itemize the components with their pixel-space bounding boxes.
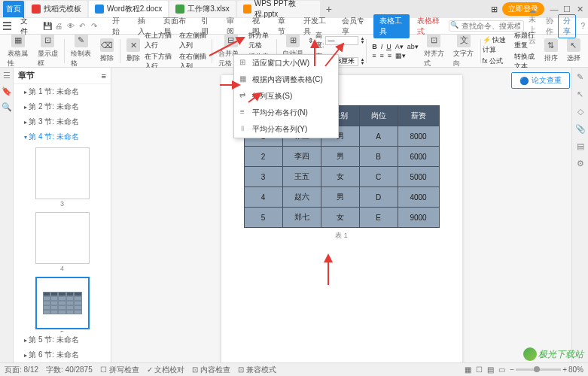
zoom-out[interactable]: − — [510, 365, 514, 374]
table-header[interactable]: 薪资 — [398, 106, 439, 126]
width-spinner[interactable]: ▲▼ — [360, 58, 364, 65]
align-right-icon[interactable]: ≡ — [387, 52, 392, 59]
swap-rowcol-item[interactable]: ⇄行列互换(S) — [234, 88, 338, 105]
select-pane-icon[interactable]: ↖ — [577, 89, 583, 99]
paper-check-button[interactable]: 🔵论文查重 — [511, 72, 570, 89]
content-check[interactable]: ⊡ 内容检查 — [192, 365, 230, 375]
formula-button[interactable]: fx 公式 — [483, 56, 511, 66]
coop-button[interactable]: 协作 — [546, 16, 553, 37]
table-row[interactable]: 5郑七女E9000 — [244, 208, 439, 228]
hamburger-icon[interactable] — [3, 21, 11, 32]
align-center-icon[interactable]: ≡ — [379, 52, 384, 59]
settings-pane-icon[interactable]: ⚙ — [577, 159, 584, 168]
fast-calc-button[interactable]: ⚡ 快速计算 — [483, 35, 511, 55]
table-cell[interactable]: 5 — [244, 208, 282, 228]
menu-table-tools[interactable]: 表格工具 — [373, 14, 410, 38]
page-status[interactable]: 页面: 8/12 — [5, 365, 38, 375]
zoom-value[interactable]: 80% — [568, 365, 583, 374]
command-search[interactable] — [449, 20, 524, 32]
table-cell[interactable]: 男 — [321, 187, 359, 208]
split-cell-button[interactable]: 拆分单元格 — [248, 31, 274, 50]
table-cell[interactable]: 4000 — [398, 187, 439, 208]
table-cell[interactable]: 李四 — [282, 147, 321, 167]
section-6[interactable]: 第 6 节: 未命名 — [14, 347, 111, 362]
delete-button[interactable]: ✕删除 — [122, 38, 145, 63]
table-cell[interactable]: 9000 — [398, 208, 439, 228]
section-2[interactable]: 第 2 节: 未命名 — [14, 99, 111, 114]
table-cell[interactable]: 男 — [321, 147, 359, 167]
page-thumb-4[interactable]: 4 — [35, 212, 90, 264]
compat-mode[interactable]: ⊡ 兼容模式 — [238, 365, 276, 375]
view-web-icon[interactable]: ☐ — [476, 365, 483, 374]
section-1[interactable]: 第 1 节: 未命名 — [14, 84, 111, 99]
table-row[interactable]: 3王五女C5000 — [244, 167, 439, 187]
table-header[interactable]: 岗位 — [359, 106, 398, 126]
table-row[interactable]: 4赵六男D4000 — [244, 187, 439, 208]
page-thumb-3[interactable]: 3 — [35, 147, 90, 199]
undo-icon[interactable]: ↶ — [79, 22, 88, 31]
align-button[interactable]: ⊡对齐方式 — [419, 34, 449, 68]
fit-window-item[interactable]: ⊞适应窗口大小(W) — [234, 55, 338, 71]
bookmark-icon[interactable]: 🔖 — [2, 86, 12, 96]
search-nav-icon[interactable]: 🔍 — [2, 102, 12, 112]
insert-col-left[interactable]: 在左侧插入列 — [179, 31, 210, 50]
share-button[interactable]: 分享 — [558, 14, 576, 38]
table-cell[interactable]: 王五 — [282, 167, 321, 187]
italic-button[interactable]: I — [380, 43, 384, 50]
section-4[interactable]: 第 4 节: 未命名 — [14, 129, 111, 144]
align-left-icon[interactable]: ≡ — [371, 52, 376, 59]
table-cell[interactable]: 3 — [244, 167, 282, 187]
print-icon[interactable]: 🖨 — [55, 22, 64, 31]
table-cell[interactable]: 2 — [244, 147, 282, 167]
table-cell[interactable]: 6000 — [398, 147, 439, 167]
show-gridlines-button[interactable]: ⊡显示虚框 — [33, 34, 63, 68]
draw-table-button[interactable]: ✎绘制表格 — [66, 34, 96, 68]
search-input[interactable] — [449, 20, 524, 32]
eraser-button[interactable]: ⌫擦除 — [96, 38, 118, 63]
repeat-header-button[interactable]: 标题行重复 — [514, 31, 540, 50]
table-cell[interactable]: C — [359, 167, 398, 187]
table-cell[interactable]: 5000 — [398, 167, 439, 187]
layers-pane-icon[interactable]: ▤ — [577, 141, 584, 151]
table-cell[interactable]: 女 — [321, 208, 359, 228]
table-cell[interactable]: D — [359, 187, 398, 208]
nav-menu-icon[interactable]: ≡ — [102, 71, 106, 80]
table-cell[interactable]: 郑七 — [282, 208, 321, 228]
clip-pane-icon[interactable]: 📎 — [575, 124, 586, 134]
table-cell[interactable]: B — [359, 147, 398, 167]
view-print-icon[interactable]: ▦ — [465, 365, 471, 374]
view-read-icon[interactable]: ▭ — [498, 365, 505, 374]
table-cell[interactable]: E — [359, 208, 398, 228]
doc-proof[interactable]: ✓ 文档校对 — [147, 365, 185, 375]
word-count[interactable]: 字数: 40/2875 — [46, 365, 93, 375]
height-spinner[interactable]: ▲▼ — [360, 37, 364, 44]
redo-icon[interactable]: ↷ — [91, 22, 100, 31]
height-input[interactable] — [325, 36, 358, 45]
font-color-button[interactable]: A▾ — [395, 43, 404, 50]
sort-button[interactable]: ⇅排序 — [540, 38, 562, 63]
highlight-button[interactable]: ab▾ — [407, 43, 419, 50]
section-5[interactable]: 第 5 节: 未命名 — [14, 332, 111, 347]
select-button[interactable]: ↖选择 — [562, 38, 585, 63]
zoom-slider[interactable] — [516, 368, 561, 371]
fit-content-item[interactable]: ▦根据内容调整表格(C) — [234, 71, 338, 88]
table-cell[interactable]: 女 — [321, 167, 359, 187]
text-dir-button[interactable]: 文文字方向 — [449, 34, 479, 68]
zoom-in[interactable]: + — [562, 365, 567, 374]
view-outline-icon[interactable]: ▤ — [487, 365, 494, 374]
table-cell[interactable]: A — [359, 126, 398, 147]
insert-row-above[interactable]: 在上方插入行 — [145, 31, 175, 50]
preview-icon[interactable]: 👁 — [67, 22, 76, 31]
table-cell[interactable]: 赵六 — [282, 187, 321, 208]
table-row[interactable]: 2李四男B6000 — [244, 147, 439, 167]
spell-check[interactable]: ☐ 拼写检查 — [100, 365, 139, 375]
style-pane-icon[interactable]: ✎ — [577, 72, 583, 82]
help-icon[interactable]: ? — [580, 22, 585, 30]
table-cell[interactable]: 4 — [244, 187, 282, 208]
section-3[interactable]: 第 3 节: 未命名 — [14, 114, 111, 129]
bold-button[interactable]: B — [371, 43, 378, 50]
page-thumb-5[interactable]: 5 — [35, 277, 90, 329]
outline-icon[interactable]: ☰ — [3, 71, 11, 80]
borders-button[interactable]: ▦▾ — [395, 52, 407, 59]
shapes-pane-icon[interactable]: ◇ — [577, 107, 583, 117]
